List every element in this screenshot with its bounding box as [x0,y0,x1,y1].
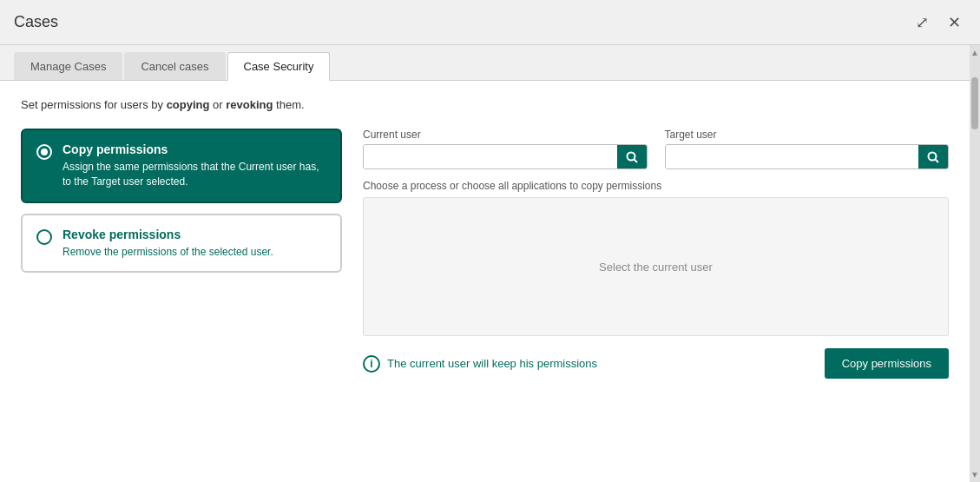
current-user-input[interactable] [364,145,617,168]
copy-permissions-desc: Assign the same permissions that the Cur… [62,160,326,189]
copy-permissions-radio[interactable] [36,144,52,160]
scrollbar-thumb[interactable] [971,77,978,129]
copy-permissions-title: Copy permissions [62,142,326,156]
title-bar: Cases ⤢ ✕ [0,0,980,45]
scroll-down-arrow[interactable]: ▼ [968,467,980,482]
info-icon: i [363,355,380,373]
target-user-search-button[interactable] [918,145,948,168]
form-panel: Current user [363,129,949,379]
current-user-group: Current user [363,129,648,169]
revoke-permissions-desc: Remove the permissions of the selected u… [62,245,273,260]
tab-case-security[interactable]: Case Security [227,52,331,81]
revoke-permissions-option[interactable]: Revoke permissions Remove the permission… [21,214,342,274]
copy-permissions-content: Copy permissions Assign the same permiss… [62,142,326,189]
scroll-up-arrow[interactable]: ▲ [968,45,980,60]
revoke-permissions-title: Revoke permissions [62,228,273,241]
scrollbar[interactable]: ▲ ▼ [970,45,980,482]
revoke-permissions-content: Revoke permissions Remove the permission… [62,228,273,260]
copy-permissions-option[interactable]: Copy permissions Assign the same permiss… [21,129,342,203]
description-text: Set permissions for users by copying or … [21,98,949,111]
search-icon [927,151,939,163]
content-area: Manage Cases Cancel cases Case Security … [0,45,980,482]
close-button[interactable]: ✕ [943,11,966,34]
footer-info: i The current user will keep his permiss… [363,355,597,373]
target-user-group: Target user [665,129,950,169]
tabs-bar: Manage Cases Cancel cases Case Security [0,45,970,81]
tab-manage-cases[interactable]: Manage Cases [14,52,122,80]
user-fields: Current user [363,129,949,169]
process-label: Choose a process or choose all applicati… [363,180,949,192]
svg-line-3 [936,159,939,162]
target-user-input-wrapper [665,144,950,169]
current-user-input-wrapper [363,144,648,169]
footer-bar: i The current user will keep his permiss… [363,348,949,379]
options-panel: Copy permissions Assign the same permiss… [21,129,342,379]
footer-info-text: The current user will keep his permissio… [387,357,597,370]
target-user-input[interactable] [666,145,919,168]
target-user-label: Target user [665,129,950,141]
window-title: Cases [14,13,58,31]
current-user-label: Current user [363,129,648,141]
panel-content: Set permissions for users by copying or … [0,81,970,482]
options-and-form: Copy permissions Assign the same permiss… [21,129,949,379]
revoke-permissions-radio[interactable] [36,229,52,245]
title-bar-actions: ⤢ ✕ [911,11,966,34]
main-window: Cases ⤢ ✕ Manage Cases Cancel cases Case… [0,0,980,482]
svg-point-0 [627,152,635,160]
tab-cancel-cases[interactable]: Cancel cases [124,52,225,80]
process-placeholder-text: Select the current user [599,261,713,274]
search-icon [626,151,638,163]
current-user-search-button[interactable] [617,145,647,168]
svg-line-1 [634,159,637,162]
svg-point-2 [929,152,937,160]
maximize-button[interactable]: ⤢ [911,11,934,34]
copy-permissions-button[interactable]: Copy permissions [825,348,949,379]
main-panel: Manage Cases Cancel cases Case Security … [0,45,970,482]
process-area: Select the current user [363,197,949,336]
